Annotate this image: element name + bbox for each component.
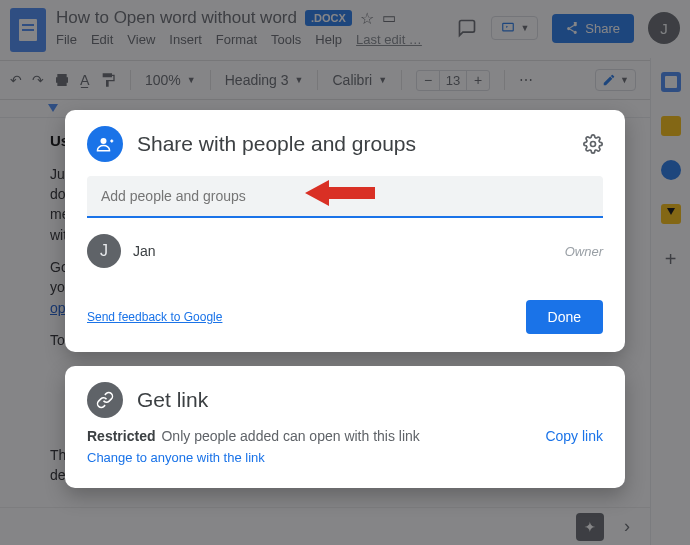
svg-point-2	[591, 142, 596, 147]
add-people-input[interactable]	[87, 176, 603, 218]
done-button[interactable]: Done	[526, 300, 603, 334]
svg-point-1	[101, 138, 107, 144]
get-link-modal: Get link Restricted Only people added ca…	[65, 366, 625, 488]
person-name: Jan	[133, 243, 156, 259]
modal-overlay: Share with people and groups J Jan Owner…	[0, 0, 690, 545]
link-icon	[87, 382, 123, 418]
restricted-label: Restricted	[87, 428, 155, 444]
share-modal-title: Share with people and groups	[137, 132, 416, 156]
change-link-access[interactable]: Change to anyone with the link	[87, 450, 265, 465]
share-modal: Share with people and groups J Jan Owner…	[65, 110, 625, 352]
person-add-icon	[87, 126, 123, 162]
restricted-desc: Only people added can open with this lin…	[161, 428, 419, 444]
get-link-title: Get link	[137, 388, 208, 412]
gear-icon[interactable]	[583, 134, 603, 154]
owner-label: Owner	[565, 244, 603, 259]
person-avatar: J	[87, 234, 121, 268]
send-feedback-link[interactable]: Send feedback to Google	[87, 310, 222, 324]
copy-link-button[interactable]: Copy link	[545, 428, 603, 444]
